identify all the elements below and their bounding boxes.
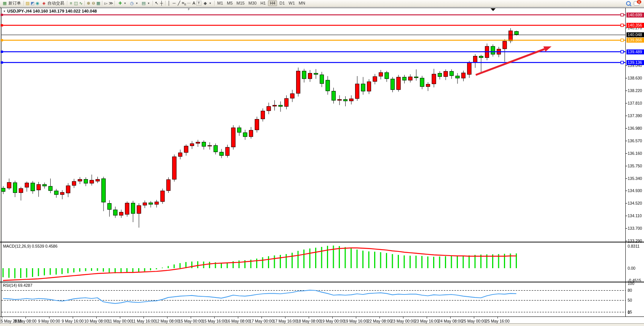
autotrading-label: 自动交易 — [48, 0, 64, 6]
timeframe-w1[interactable]: W1 — [287, 0, 296, 6]
time-tick-label[interactable]: 25 May 16:00 — [480, 319, 515, 323]
application-window: ▦ 新订单 ▨ ◩ ◉ ◈ 自动交易 ≡ ◫ ∿ ⊕ ⊖ ▦ ▻ ≫ ✚ ▼ ◷… — [0, 0, 644, 326]
price-tick-label: 136.570 — [628, 138, 642, 143]
equidistant-channel-icon[interactable]: ≋E — [182, 1, 187, 6]
rsi-indicator-label: RSI(14) 69.4287 — [3, 283, 32, 288]
price-tick-label: 135.340 — [628, 176, 642, 181]
auto-scroll-icon[interactable]: ▻ — [104, 1, 108, 6]
chart-shift-icon[interactable]: ≫ — [108, 1, 113, 6]
price-tick-label: 134.110 — [628, 213, 642, 218]
hline-price-label: 139.866 — [626, 38, 644, 43]
price-tick-label: 134.520 — [628, 201, 642, 205]
price-tick-label: 138.630 — [628, 76, 642, 80]
indicators-dropdown[interactable]: ✚ ▼ — [116, 0, 128, 6]
chevron-down-icon: ▼ — [124, 2, 126, 5]
chart-title-dropdown-icon[interactable]: ▼ — [3, 10, 6, 13]
rsi-scale-label: 80 — [628, 288, 632, 293]
autotrading-button[interactable]: ◈ 自动交易 — [40, 0, 66, 6]
bar-chart-icon[interactable]: ≡ — [69, 1, 73, 6]
timeframe-m15[interactable]: M15 — [235, 0, 246, 6]
price-tick-label: 135.750 — [628, 164, 642, 168]
timeframe-m30[interactable]: M30 — [247, 0, 258, 6]
rsi-scale-label: 0 — [628, 310, 630, 315]
profiles-icon[interactable]: ◩ — [30, 1, 35, 6]
new-order-icon: ▦ — [2, 1, 7, 6]
chart-title[interactable]: ▼ USDJPY-,H4 140.160 140.179 140.022 140… — [3, 9, 97, 13]
chart-title-text: USDJPY-,H4 140.160 140.179 140.022 140.0… — [7, 9, 97, 13]
notification-badge: 1 — [637, 0, 641, 4]
rsi-scale-label: 50 — [628, 298, 632, 302]
fibonacci-icon[interactable]: ⋯F — [187, 1, 191, 6]
toolbar: ▦ 新订单 ▨ ◩ ◉ ◈ 自动交易 ≡ ◫ ∿ ⊕ ⊖ ▦ ▻ ≫ ✚ ▼ ◷… — [0, 0, 644, 7]
trendline-icon[interactable]: ╱ — [177, 1, 182, 6]
bid-price-label: 140.048 — [626, 32, 644, 37]
toolbar-separator — [102, 1, 102, 6]
macd-scale-label: 0.8311 — [628, 244, 639, 248]
cursor-icon[interactable]: ↖ — [154, 1, 159, 6]
template-icon: ▤ — [141, 1, 146, 6]
toolbar-separator — [115, 1, 115, 6]
timeframe-d1[interactable]: D1 — [278, 0, 286, 6]
timeframe-h4[interactable]: H4 — [268, 0, 277, 6]
price-tick-label: 133.700 — [628, 226, 642, 231]
macd-scale-label: 0.00 — [628, 266, 635, 270]
toolbar-separator — [24, 1, 24, 6]
price-tick-label: 137.810 — [628, 101, 642, 105]
price-tick-label: 134.930 — [628, 188, 642, 193]
styler-icon[interactable]: ▨ — [25, 1, 30, 6]
toolbar-separator — [214, 1, 215, 6]
timeframe-m5[interactable]: M5 — [225, 0, 234, 6]
timeframe-m1[interactable]: M1 — [216, 0, 225, 6]
tile-windows-icon[interactable]: ▦ — [96, 1, 101, 6]
add-indicator-icon: ✚ — [118, 1, 123, 6]
rsi-scale-label: 100 — [628, 281, 634, 286]
hline-price-label: 139.489 — [626, 49, 644, 54]
macd-indicator-label: MACD(12,26,9) 0.5539 0.4586 — [3, 244, 57, 248]
text-icon[interactable]: A — [191, 1, 196, 6]
crosshair-icon[interactable]: ┼ — [159, 1, 164, 6]
zoom-out-icon[interactable]: ⊖ — [91, 1, 96, 6]
toolbar-separator — [165, 1, 166, 6]
shapes-icon: ◆ — [203, 1, 208, 6]
chat-icon[interactable]: 1 — [634, 1, 639, 6]
text-label-icon[interactable]: T — [196, 1, 201, 6]
candle-chart-icon[interactable]: ◫ — [73, 1, 78, 6]
toolbar-separator — [67, 1, 67, 6]
clock-icon: ◷ — [129, 1, 134, 6]
shapes-dropdown[interactable]: ◆ ▼ — [201, 0, 213, 6]
vertical-line-icon[interactable]: │ — [167, 1, 172, 6]
new-order-label: 新订单 — [8, 0, 21, 6]
hline-price-label: 140.356 — [626, 23, 644, 28]
price-tick-label: 136.980 — [628, 126, 642, 130]
price-tick-label: 133.290 — [628, 239, 642, 243]
search-icon[interactable] — [626, 1, 631, 6]
timeframe-h1[interactable]: H1 — [259, 0, 267, 6]
hline-price-label: 139.136 — [626, 60, 644, 65]
toolbar-separator — [153, 1, 153, 6]
chart-canvas[interactable] — [0, 0, 644, 326]
toolbar-right: 1 — [626, 1, 643, 6]
horizontal-line-icon[interactable]: ─ — [172, 1, 177, 6]
timeframe-mn[interactable]: MN — [297, 0, 307, 6]
price-tick-label: 138.220 — [628, 88, 642, 93]
chevron-down-icon: ▼ — [209, 2, 212, 5]
hline-price-label: 140.699 — [626, 13, 644, 17]
chevron-down-icon: ▼ — [147, 2, 150, 5]
new-order-button[interactable]: ▦ 新订单 — [1, 0, 22, 6]
line-chart-icon[interactable]: ∿ — [78, 1, 83, 6]
autotrading-icon: ◈ — [41, 1, 46, 6]
timeframe-bar: M1M5M15M30H1H4D1W1MN — [216, 0, 307, 6]
price-tick-label: 136.160 — [628, 151, 642, 156]
chevron-down-icon: ▼ — [135, 2, 138, 5]
periods-dropdown[interactable]: ◷ ▼ — [128, 0, 140, 6]
templates-dropdown[interactable]: ▤ ▼ — [140, 0, 151, 6]
sound-icon[interactable]: ◉ — [35, 1, 40, 6]
zoom-in-icon[interactable]: ⊕ — [86, 1, 91, 6]
toolbar-separator — [84, 1, 85, 6]
price-tick-label: 137.390 — [628, 113, 642, 118]
